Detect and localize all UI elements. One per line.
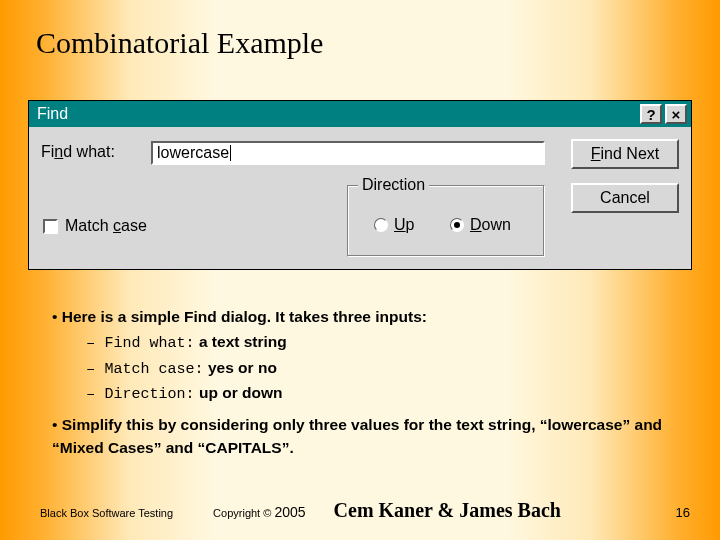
find-what-input[interactable]: lowercase — [151, 141, 545, 165]
label-part: D — [470, 216, 482, 233]
help-icon: ? — [646, 106, 655, 123]
label-part: c — [113, 217, 121, 234]
find-next-button[interactable]: Find Next — [571, 139, 679, 169]
label-part: ind Next — [601, 145, 660, 162]
dash-item-1: Find what: a text string — [52, 330, 672, 356]
label-part: p — [406, 216, 415, 233]
direction-group: Direction Up Down — [347, 185, 545, 257]
footer-left: Black Box Software Testing — [40, 507, 173, 519]
dialog-titlebar: Find ? × — [29, 101, 691, 127]
bullet-1: Here is a simple Find dialog. It takes t… — [52, 305, 672, 328]
footer-copy-text: Copyright © — [213, 507, 271, 519]
footer-authors: Cem Kaner & James Bach — [334, 499, 561, 522]
find-what-label: Find what: — [41, 143, 115, 161]
item-mono: Match case: — [105, 361, 204, 378]
text-caret — [230, 145, 231, 161]
close-icon: × — [672, 106, 681, 123]
label-part: d what: — [63, 143, 115, 160]
bullet-text: Here is a simple Find dialog. It takes t… — [62, 308, 427, 325]
label-part: U — [394, 216, 406, 233]
bullet-text: Simplify this by considering only three … — [52, 416, 662, 456]
label-part: own — [482, 216, 511, 233]
label-part: Fi — [41, 143, 54, 160]
find-dialog: Find ? × Find what: lowercase Find Next … — [28, 100, 692, 270]
dash-item-2: Match case: yes or no — [52, 356, 672, 382]
radio-down-label: Down — [470, 216, 511, 234]
help-button[interactable]: ? — [640, 104, 662, 124]
dialog-caption: Find — [37, 105, 637, 123]
radio-up-label: Up — [394, 216, 414, 234]
close-button[interactable]: × — [665, 104, 687, 124]
cancel-button[interactable]: Cancel — [571, 183, 679, 213]
label-part: F — [591, 145, 601, 162]
slide-title: Combinatorial Example — [36, 26, 323, 60]
bullet-2: Simplify this by considering only three … — [52, 413, 672, 460]
dash-item-3: Direction: up or down — [52, 381, 672, 407]
footer-year: 2005 — [274, 504, 305, 520]
label-part: n — [54, 143, 63, 160]
match-case-checkbox[interactable] — [43, 219, 58, 234]
footer-copyright: Copyright © 2005 — [213, 504, 305, 520]
button-label: Cancel — [600, 189, 650, 207]
item-mono: Find what: — [105, 335, 195, 352]
item-rest: a text string — [195, 333, 287, 350]
radio-dot-icon — [454, 222, 460, 228]
label-part: ase — [121, 217, 147, 234]
item-rest: yes or no — [204, 359, 277, 376]
dialog-body: Find what: lowercase Find Next Cancel Ma… — [29, 127, 691, 269]
find-what-value: lowercase — [157, 144, 229, 162]
page-number: 16 — [676, 505, 690, 520]
item-rest: up or down — [195, 384, 283, 401]
match-case-label: Match case — [65, 217, 147, 235]
footer: Black Box Software Testing Copyright © 2… — [40, 499, 690, 522]
radio-up[interactable] — [374, 218, 388, 232]
slide-body: Here is a simple Find dialog. It takes t… — [52, 305, 672, 461]
button-label: Find Next — [591, 145, 659, 163]
direction-legend: Direction — [358, 176, 429, 194]
label-part: Match — [65, 217, 113, 234]
radio-down[interactable] — [450, 218, 464, 232]
item-mono: Direction: — [105, 386, 195, 403]
